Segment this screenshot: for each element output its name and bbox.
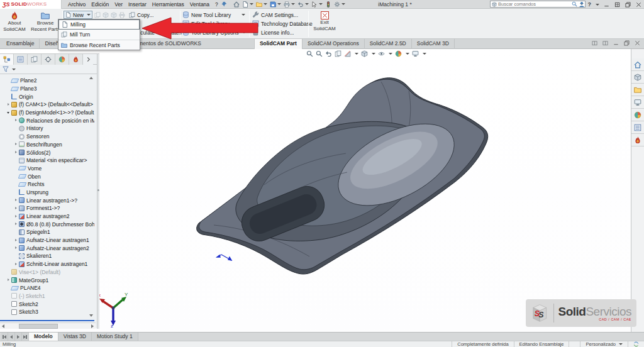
dimxpertmanager-tab[interactable] [42, 54, 55, 65]
tree-item[interactable]: Aufsatz-Linear austragen1 [0, 236, 94, 245]
tree-item[interactable]: Material <sin especificar> [0, 157, 94, 165]
display-style-icon[interactable] [378, 50, 385, 57]
expand-icon[interactable] [14, 141, 19, 147]
tree-item[interactable]: Sketch3 [0, 308, 94, 316]
home-button[interactable] [233, 1, 240, 8]
menu-herramientas[interactable]: Herramientas [150, 1, 187, 8]
file-explorer-tab[interactable] [631, 84, 644, 96]
zoom-fit-icon[interactable] [306, 50, 313, 57]
save-button[interactable] [270, 1, 281, 8]
status-refresh-icon[interactable] [628, 341, 644, 347]
exit-solidcam-button[interactable]: Exit SolidCAM [311, 10, 338, 38]
filter-funnel-icon[interactable] [3, 66, 9, 72]
menu-archivo[interactable]: Archivo [65, 1, 88, 8]
tab-motion-study[interactable]: Motion Study 1 [92, 333, 138, 341]
propertymanager-tab[interactable] [14, 54, 28, 65]
tab-modelo[interactable]: Modelo [29, 333, 58, 341]
pane-left-icon[interactable] [592, 40, 597, 46]
doc-restore-icon[interactable] [624, 40, 630, 46]
filter-caret[interactable] [12, 69, 16, 70]
solidcam-manager-tab[interactable] [69, 54, 83, 65]
tree-item[interactable]: (-) Sketch1 [0, 292, 94, 300]
tree-item[interactable]: (f) DesignModel<1>->? (Default [0, 109, 94, 117]
tree-item[interactable]: Sólidos(2) [0, 148, 94, 157]
configurationmanager-tab[interactable] [28, 54, 42, 65]
tree-item[interactable]: Spiegeln1 [0, 228, 94, 236]
open-button[interactable] [256, 1, 267, 8]
tab-solidcam-part[interactable]: SolidCAM Part [255, 39, 303, 49]
tree-item[interactable]: Linear austragen2 [0, 212, 94, 221]
tree-item[interactable]: History [0, 124, 94, 133]
tree-hscrollbar[interactable] [0, 322, 96, 329]
select-button[interactable] [311, 1, 323, 8]
orientation-caret[interactable] [372, 53, 375, 55]
tree-item[interactable]: Relaciones de posición en iM [0, 116, 94, 124]
collapse-icon[interactable] [6, 110, 11, 116]
new-caret[interactable] [87, 14, 91, 16]
help-caret[interactable] [596, 4, 599, 6]
tree-item[interactable]: Aufsatz-Linear austragen2 [0, 244, 94, 252]
restore-button[interactable] [624, 1, 631, 8]
pages-icon[interactable] [335, 50, 341, 57]
login-person-icon[interactable] [579, 1, 585, 8]
appearance-caret[interactable] [406, 53, 409, 55]
tree-item[interactable]: Formnest1->? [0, 204, 94, 212]
expand-icon[interactable] [14, 197, 19, 203]
tree-scroll-up-icon[interactable] [89, 77, 93, 79]
expand-icon[interactable] [14, 150, 19, 155]
panel-splitter[interactable] [97, 54, 99, 329]
tree-item[interactable]: Sensoren [0, 133, 94, 141]
expand-icon[interactable] [14, 221, 19, 227]
hscroll-right-arrow[interactable] [89, 323, 96, 329]
tab-solidcam-25d[interactable]: SolidCAM 2.5D [365, 39, 412, 49]
appearance-icon[interactable] [395, 50, 402, 57]
pin-icon[interactable] [221, 1, 227, 7]
display-caret[interactable] [389, 53, 392, 55]
tree-item[interactable]: Beschriftungen [0, 141, 94, 149]
menu-edicion[interactable]: Edición [89, 1, 111, 8]
section-view-icon[interactable] [344, 50, 351, 57]
previous-view-icon[interactable] [325, 50, 332, 57]
expand-icon[interactable] [14, 238, 19, 243]
tree-item[interactable]: Plane2 [0, 77, 94, 85]
tab-solidcam-3d[interactable]: SolidCAM 3D [412, 39, 455, 49]
menu-item-milling[interactable]: Milling [58, 19, 140, 30]
about-solidcam-button[interactable]: About SolidCAM [1, 10, 28, 38]
hscroll-thumb[interactable] [19, 324, 58, 329]
tree-item[interactable]: Sketch2 [0, 300, 94, 308]
design-library-tab[interactable] [631, 71, 644, 84]
search-scope-icon[interactable] [492, 2, 497, 7]
expand-icon[interactable] [6, 102, 11, 107]
new-button[interactable]: New [64, 11, 92, 19]
expand-icon[interactable] [14, 245, 19, 251]
menu-ventana[interactable]: Ventana [187, 1, 212, 8]
tree-item[interactable]: Schnitt-Linear austragen1 [0, 260, 94, 268]
rebuild-button[interactable] [325, 1, 331, 8]
tree-item[interactable]: Ø0.8 (0.8) Durchmesser Bohru [0, 220, 94, 228]
search-input[interactable] [498, 1, 570, 7]
tree-item[interactable]: Ursprung [0, 189, 94, 197]
tab-overflow-chevron[interactable] [83, 54, 93, 65]
new-document-button[interactable] [242, 1, 253, 8]
tree-item[interactable]: (f) CAM<1> (Default<<Default> [0, 101, 94, 109]
menu-ver[interactable]: Ver [112, 1, 125, 8]
expand-icon[interactable] [14, 118, 19, 123]
tree-item[interactable]: Vorne [0, 165, 94, 173]
displaymanager-tab[interactable] [55, 54, 69, 65]
new-tool-library-caret[interactable] [242, 14, 245, 16]
zoom-area-icon[interactable] [316, 50, 323, 57]
solidcam-pane-tab[interactable] [631, 134, 644, 146]
3d-model[interactable] [189, 70, 516, 284]
rollback-bar[interactable] [0, 320, 94, 321]
hscroll-left-arrow[interactable] [0, 323, 6, 329]
res-home-tab[interactable] [631, 58, 644, 71]
expand-icon[interactable] [14, 214, 19, 219]
tree-item[interactable]: Rechts [0, 180, 94, 189]
doc-close-icon[interactable] [635, 40, 640, 46]
prev-tab-button[interactable] [8, 333, 15, 341]
view-settings-caret[interactable] [423, 53, 426, 55]
view-palette-tab[interactable] [631, 96, 644, 109]
tree-item[interactable]: Skalieren1 [0, 252, 94, 260]
view-orientation-icon[interactable] [361, 50, 368, 57]
expand-icon[interactable] [14, 206, 19, 211]
